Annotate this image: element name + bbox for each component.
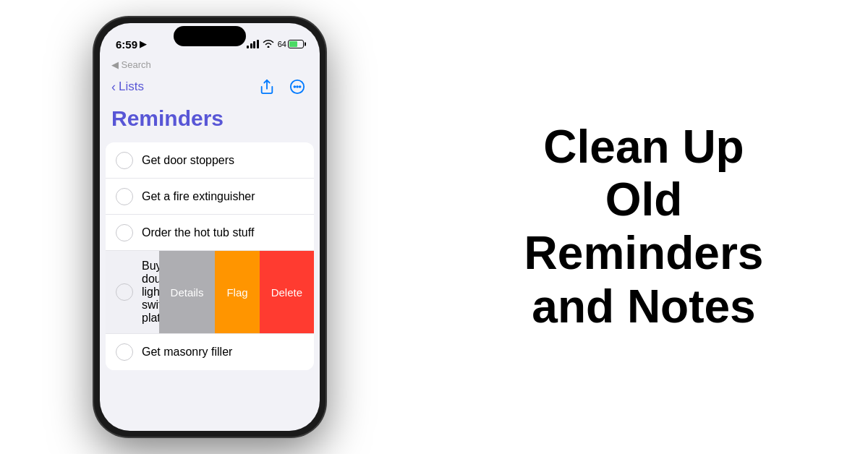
reminder-list: Get door stoppers Get a fire extinguishe… bbox=[106, 142, 314, 370]
swipe-actions: Details Flag Delete bbox=[159, 251, 314, 333]
reminder-item-1[interactable]: Get door stoppers bbox=[106, 142, 314, 179]
reminder-text-2: Get a fire extinguisher bbox=[142, 190, 304, 203]
headline-line3: Reminders bbox=[524, 227, 764, 279]
headline-line2: Old bbox=[605, 174, 683, 226]
battery-body bbox=[288, 40, 304, 48]
svg-point-4 bbox=[299, 86, 301, 87]
lists-back-label: Lists bbox=[119, 80, 144, 94]
reminder-checkbox-5[interactable] bbox=[116, 343, 133, 361]
headline-text: Clean Up Old Reminders and Notes bbox=[524, 121, 764, 333]
details-swipe-button[interactable]: Details bbox=[159, 251, 216, 333]
reminder-item-5[interactable]: Get masonry filler bbox=[106, 334, 314, 370]
dynamic-island bbox=[174, 26, 246, 46]
reminders-title: Reminders bbox=[100, 103, 320, 142]
back-lists-button[interactable]: ‹ Lists bbox=[111, 80, 144, 95]
status-time: 6:59 ▶ bbox=[116, 38, 146, 51]
phone-section: 6:59 ▶ bbox=[0, 0, 420, 454]
flag-swipe-button[interactable]: Flag bbox=[215, 251, 259, 333]
battery-icon: 64 bbox=[278, 40, 304, 48]
battery-percent: 64 bbox=[278, 40, 286, 48]
svg-point-3 bbox=[297, 86, 298, 87]
share-button[interactable] bbox=[256, 76, 278, 98]
more-options-button[interactable] bbox=[286, 76, 308, 98]
location-arrow-icon: ▶ bbox=[140, 39, 146, 49]
reminder-checkbox-3[interactable] bbox=[116, 224, 133, 241]
headline-line1: Clean Up bbox=[543, 121, 744, 173]
reminder-text-3: Order the hot tub stuff bbox=[142, 226, 304, 239]
top-actions bbox=[256, 76, 308, 98]
search-back-label: ◀ Search bbox=[111, 59, 151, 70]
reminder-text-5: Get masonry filler bbox=[142, 346, 304, 359]
nav-back: ◀ Search bbox=[100, 58, 320, 72]
reminder-checkbox-4[interactable] bbox=[116, 283, 133, 301]
top-bar: ‹ Lists bbox=[100, 72, 320, 103]
battery-fill bbox=[289, 41, 297, 47]
time-display: 6:59 bbox=[116, 38, 137, 51]
reminder-item-2[interactable]: Get a fire extinguisher bbox=[106, 179, 314, 215]
headline-line4: and Notes bbox=[532, 280, 755, 333]
delete-swipe-button[interactable]: Delete bbox=[260, 251, 314, 333]
reminder-text-1: Get door stoppers bbox=[142, 154, 304, 167]
svg-point-2 bbox=[294, 86, 295, 87]
reminder-checkbox-1[interactable] bbox=[116, 152, 133, 169]
reminder-item-3[interactable]: Order the hot tub stuff bbox=[106, 215, 314, 251]
reminder-checkbox-2[interactable] bbox=[116, 188, 133, 205]
headline-section: Clean Up Old Reminders and Notes bbox=[420, 92, 868, 362]
wifi-icon bbox=[263, 39, 274, 50]
reminder-item-4[interactable]: Buy double light switch plates Details F… bbox=[106, 251, 314, 334]
phone-screen: 6:59 ▶ bbox=[100, 23, 320, 431]
signal-icon bbox=[247, 40, 259, 48]
status-icons: 64 bbox=[247, 39, 304, 50]
phone-device: 6:59 ▶ bbox=[94, 17, 326, 437]
back-chevron-icon: ‹ bbox=[111, 80, 116, 95]
